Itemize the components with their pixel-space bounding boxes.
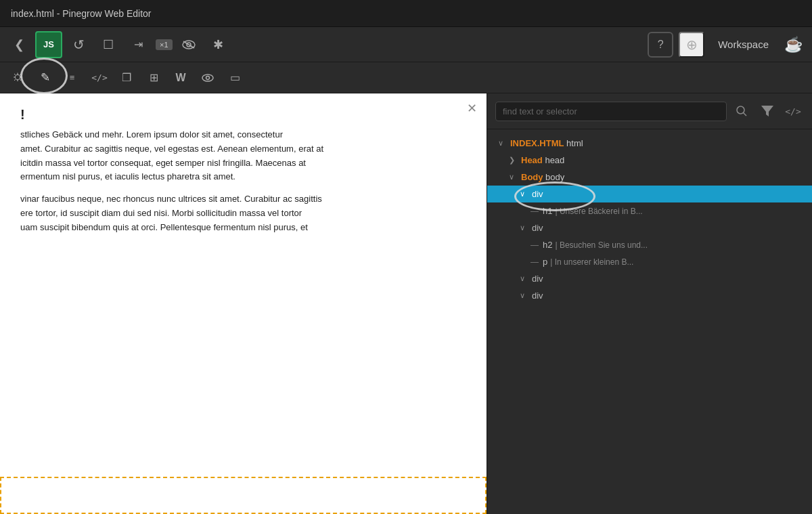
- tree-arrow: ❯: [509, 156, 520, 165]
- tree-label-orange: Body: [521, 172, 543, 182]
- tree-label-orange: Head: [521, 155, 543, 165]
- tree-item-p[interactable]: — p | In unserer kleinen B...: [487, 253, 812, 270]
- frame-button[interactable]: ▭: [222, 66, 248, 90]
- eye2-icon: [202, 74, 214, 82]
- workspace-button[interactable]: Workspace: [710, 35, 777, 54]
- tree-arrow: ∨: [498, 139, 509, 148]
- tree-label-h1: h1: [543, 206, 552, 216]
- tree-label-div3: div: [532, 274, 543, 284]
- coffee-button[interactable]: ☕: [780, 31, 807, 58]
- preview-para2: vinar faucibus neque, nec rhoncus nunc u…: [20, 192, 466, 234]
- wordpress-button[interactable]: W: [168, 66, 194, 90]
- more-button[interactable]: ≡: [60, 66, 85, 90]
- tree-label-orange: INDEX.HTML: [510, 138, 564, 148]
- tree-preview-h1: | Unsere Bäckerei in B...: [555, 207, 642, 216]
- secondary-toolbar: ⛭ ✎ ≡ </> ❐ ⊞ W ▭: [0, 62, 812, 93]
- tree-item-h2[interactable]: — h2 | Besuchen Sie uns und...: [487, 236, 812, 253]
- selected-element-box: [0, 477, 487, 514]
- tree-arrow: ∨: [520, 274, 531, 283]
- preview-content: ! stliches Gebäck und mehr. Lorem ipsum …: [0, 93, 487, 514]
- tree-item-div3[interactable]: ∨ div: [487, 270, 812, 287]
- tree-label-white: html: [564, 138, 583, 148]
- tree-label-div: div: [532, 189, 543, 199]
- app-title: index.html - Pinegrow Web Editor: [11, 8, 152, 19]
- js-button[interactable]: JS: [35, 31, 62, 58]
- svg-line-6: [744, 113, 747, 116]
- svg-point-3: [202, 74, 213, 81]
- tree-dash: —: [531, 240, 539, 250]
- tree-item-div-selected[interactable]: ∨ div: [487, 186, 812, 202]
- back-button[interactable]: ❮: [5, 31, 32, 58]
- page-preview: ✕ ! stliches Gebäck und mehr. Lorem ipsu…: [0, 93, 487, 514]
- close-button[interactable]: ✕: [462, 99, 481, 118]
- zoom-button[interactable]: ⊕: [679, 32, 704, 58]
- right-panel: </> ∨ INDEX.HTML html ❯ Head head ∨ Body…: [487, 93, 812, 514]
- tree-preview-p: | In unserer kleinen B...: [550, 257, 633, 267]
- tree-arrow: ∨: [509, 173, 520, 181]
- filter-icon[interactable]: [757, 100, 778, 122]
- tree-dash: —: [531, 257, 539, 267]
- brush-button[interactable]: ✎: [32, 66, 58, 90]
- tree-item-div-selected-wrapper: ∨ div: [487, 186, 812, 202]
- preview-para1: stliches Gebäck und mehr. Lorem ipsum do…: [20, 128, 466, 184]
- reload-button[interactable]: ↺: [65, 31, 92, 58]
- brush-button-container: ✎: [32, 66, 58, 90]
- search-bar: </>: [487, 93, 812, 129]
- settings-button[interactable]: ⛭: [5, 66, 31, 90]
- copy-structure-button[interactable]: ❐: [114, 66, 139, 90]
- tree-label-h2: h2: [543, 240, 552, 250]
- eye2-button[interactable]: [195, 66, 221, 90]
- tree-arrow: ∨: [520, 190, 531, 198]
- title-bar: index.html - Pinegrow Web Editor: [0, 0, 812, 27]
- tree-label-p: p: [543, 257, 547, 267]
- content-area: ✕ ! stliches Gebäck und mehr. Lorem ipsu…: [0, 93, 812, 514]
- code-button[interactable]: </>: [87, 66, 112, 90]
- tree-label-white: head: [543, 155, 565, 165]
- tree-item-body[interactable]: ∨ Body body: [487, 169, 812, 186]
- export-button[interactable]: ⇥: [125, 31, 152, 58]
- tree-preview-h2: | Besuchen Sie uns und...: [555, 240, 648, 250]
- tree-dash: —: [531, 207, 539, 216]
- svg-point-5: [737, 106, 744, 114]
- search-input[interactable]: [495, 102, 727, 121]
- tree-arrow: ∨: [520, 291, 531, 300]
- tree-label-div2: div: [532, 223, 543, 233]
- tree-label-div4: div: [532, 291, 543, 301]
- eye-icon: [182, 40, 196, 49]
- snowflake-button[interactable]: ✱: [205, 31, 232, 58]
- preview-exclamation: !: [20, 107, 466, 123]
- badge-count: ×1: [156, 39, 173, 50]
- tree-label-white: body: [543, 172, 565, 182]
- code-filter-icon[interactable]: </>: [782, 100, 804, 122]
- search-icon[interactable]: [731, 100, 752, 122]
- tree-item-div4[interactable]: ∨ div: [487, 287, 812, 304]
- tree: ∨ INDEX.HTML html ❯ Head head ∨ Body bod…: [487, 129, 812, 514]
- svg-point-4: [206, 76, 210, 79]
- tree-item-h1[interactable]: — h1 | Unsere Bäckerei in B...: [487, 202, 812, 219]
- tree-item-div2[interactable]: ∨ div: [487, 219, 812, 236]
- preview-button[interactable]: ☐: [95, 31, 122, 58]
- help-button[interactable]: ?: [648, 32, 673, 58]
- tree-item-index-html[interactable]: ∨ INDEX.HTML html: [487, 135, 812, 152]
- main-toolbar: ❮ JS ↺ ☐ ⇥ ×1 ✱ ? ⊕ Workspace ☕: [0, 27, 812, 62]
- eye-button[interactable]: [175, 31, 202, 58]
- tree-arrow: ∨: [520, 223, 531, 232]
- tree-item-head[interactable]: ❯ Head head: [487, 152, 812, 169]
- component-button[interactable]: ⊞: [141, 66, 166, 90]
- svg-marker-7: [761, 106, 773, 116]
